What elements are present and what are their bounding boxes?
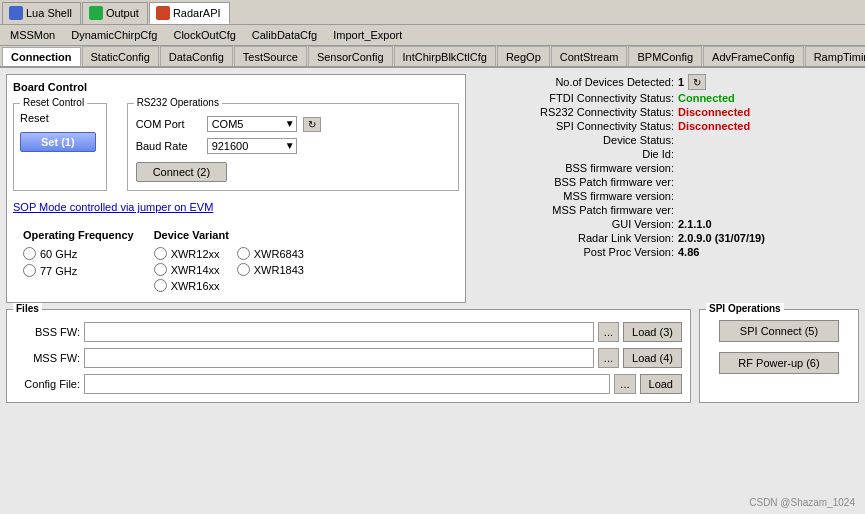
variant-xwr16xx-radio[interactable] [154,279,167,292]
mss-fw-load-button[interactable]: Load (4) [623,348,682,368]
gui-version-label: GUI Version: [474,218,674,230]
variant-xwr6843-radio[interactable] [237,247,250,260]
tab-testsource[interactable]: TestSource [234,46,307,66]
radar-link-value: 2.0.9.0 (31/07/19) [678,232,765,244]
variant-xwr6843-label: XWR6843 [254,248,304,260]
rs232-status-value: Disconnected [678,106,750,118]
menu-mssmon[interactable]: MSSMon [4,27,61,43]
tab-output[interactable]: Output [82,2,148,24]
radar-icon [156,6,170,20]
tab-intchirp[interactable]: IntChirpBlkCtlCfg [394,46,496,66]
freq-60ghz-radio[interactable] [23,247,36,260]
radar-link-label: Radar Link Version: [474,232,674,244]
tab-regop[interactable]: RegOp [497,46,550,66]
tab-dataconfig[interactable]: DataConfig [160,46,233,66]
com-port-select[interactable]: COM5 COM1 COM3 [207,116,297,132]
bss-fw-input[interactable] [84,322,594,342]
post-proc-label: Post Proc Version: [474,246,674,258]
config-file-browse-button[interactable]: ... [614,374,635,394]
die-id-label: Die Id: [474,148,674,160]
freq-77ghz-radio[interactable] [23,264,36,277]
mss-patch-label: MSS Patch firmware ver: [474,204,674,216]
ftdi-status-label: FTDI Connectivity Status: [474,92,674,104]
tab-lua-label: Lua Shell [26,7,72,19]
variant-xwr12xx-radio[interactable] [154,247,167,260]
config-file-label: Config File: [15,378,80,390]
config-file-input[interactable] [84,374,610,394]
tab-radar-label: RadarAPI [173,7,221,19]
sop-mode-text: SOP Mode controlled via jumper on EVM [13,201,459,213]
bss-fw-label: BSS firmware version: [474,162,674,174]
left-panel: Board Control Reset Control Reset Set (1… [6,74,466,303]
set-button[interactable]: Set (1) [20,132,96,152]
mss-fw-label: MSS firmware version: [474,190,674,202]
connect-button[interactable]: Connect (2) [136,162,227,182]
gui-version-value: 2.1.1.0 [678,218,712,230]
variant-xwr16xx-label: XWR16xx [171,280,220,292]
variant-xwr14xx-label: XWR14xx [171,264,220,276]
spi-panel: SPI Operations SPI Connect (5) RF Power-… [699,309,859,403]
spi-connect-button[interactable]: SPI Connect (5) [719,320,839,342]
output-icon [89,6,103,20]
device-status-label: Device Status: [474,134,674,146]
bss-fw-load-button[interactable]: Load (3) [623,322,682,342]
menu-dynamicchirp[interactable]: DynamicChirpCfg [65,27,163,43]
freq-60ghz-label: 60 GHz [40,248,77,260]
rs232-box: RS232 Operations COM Port COM5 COM1 COM3… [127,103,459,191]
files-legend: Files [13,303,42,314]
board-control-label: Board Control [13,81,459,93]
config-file-load-button[interactable]: Load [640,374,682,394]
tab-output-label: Output [106,7,139,19]
freq-77ghz-label: 77 GHz [40,265,77,277]
tab-bpmconfig[interactable]: BPMConfig [628,46,702,66]
tab-contstream[interactable]: ContStream [551,46,628,66]
files-panel: Files BSS FW: ... Load (3) MSS FW: ... L… [6,309,691,403]
no-devices-label: No.of Devices Detected: [474,76,674,88]
mss-fw-input[interactable] [84,348,594,368]
tab-radar-api[interactable]: RadarAPI [149,2,230,24]
bss-fw-browse-button[interactable]: ... [598,322,619,342]
rs232-status-label: RS232 Connectivity Status: [474,106,674,118]
bss-fw-file-label: BSS FW: [15,326,80,338]
variant-xwr1843-label: XWR1843 [254,264,304,276]
baud-rate-label: Baud Rate [136,140,201,152]
title-tab-bar: Lua Shell Output RadarAPI [0,0,865,25]
mss-fw-file-label: MSS FW: [15,352,80,364]
baud-rate-select[interactable]: 921600 115200 [207,138,297,154]
watermark: CSDN @Shazam_1024 [749,497,855,508]
mss-fw-browse-button[interactable]: ... [598,348,619,368]
variant-xwr1843-radio[interactable] [237,263,250,276]
post-proc-value: 4.86 [678,246,699,258]
menu-calibdata[interactable]: CalibDataCfg [246,27,323,43]
tab-lua-shell[interactable]: Lua Shell [2,2,81,24]
no-devices-value: 1 [678,76,684,88]
reset-control-legend: Reset Control [20,97,87,108]
bss-patch-label: BSS Patch firmware ver: [474,176,674,188]
tab-staticconfig[interactable]: StaticConfig [82,46,159,66]
rf-powerup-button[interactable]: RF Power-up (6) [719,352,839,374]
menu-importexport[interactable]: Import_Export [327,27,408,43]
reset-label: Reset [20,112,96,124]
menu-clockout[interactable]: ClockOutCfg [167,27,241,43]
rs232-legend: RS232 Operations [134,97,222,108]
ftdi-status-value: Connected [678,92,735,104]
com-port-refresh-button[interactable]: ↻ [303,117,321,132]
device-variant-label: Device Variant [154,229,304,241]
spi-legend: SPI Operations [706,303,784,314]
main-tab-bar: Connection StaticConfig DataConfig TestS… [0,46,865,68]
variant-xwr14xx-radio[interactable] [154,263,167,276]
tab-connection[interactable]: Connection [2,47,81,67]
reset-control-box: Reset Control Reset Set (1) [13,103,107,191]
com-port-label: COM Port [136,118,201,130]
spi-status-label: SPI Connectivity Status: [474,120,674,132]
operating-frequency-label: Operating Frequency [23,229,134,241]
tab-sensorconfig[interactable]: SensorConfig [308,46,393,66]
status-panel: No.of Devices Detected: 1 ↻ FTDI Connect… [474,74,859,303]
menu-bar: MSSMon DynamicChirpCfg ClockOutCfg Calib… [0,25,865,46]
lua-icon [9,6,23,20]
spi-status-value: Disconnected [678,120,750,132]
tab-advframe[interactable]: AdvFrameConfig [703,46,804,66]
devices-refresh-button[interactable]: ↻ [688,74,706,90]
tab-ramptiming[interactable]: RampTimingCalculator [805,46,865,66]
main-content: Board Control Reset Control Reset Set (1… [0,68,865,514]
